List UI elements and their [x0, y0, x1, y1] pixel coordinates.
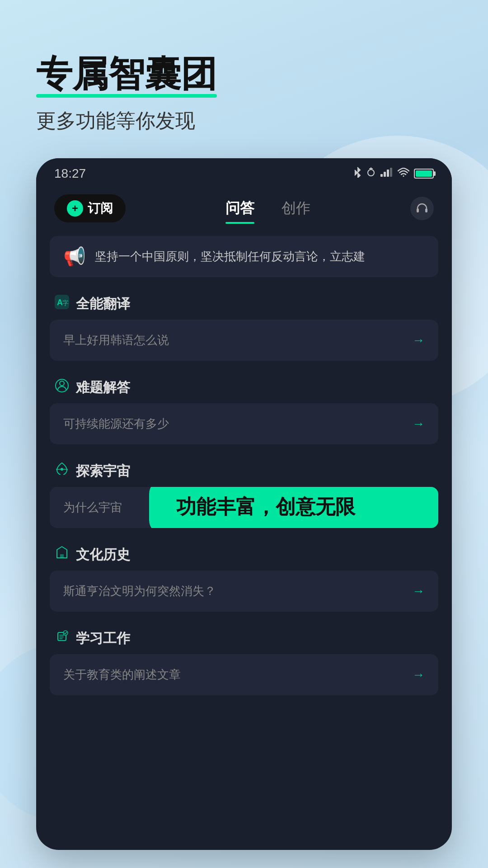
top-nav: + 订阅 问答 创作 [36, 185, 452, 227]
history-arrow-icon: → [412, 584, 425, 599]
history-icon [54, 545, 70, 564]
headset-icon [415, 202, 429, 215]
category-study-text: 关于教育类的阐述文章 [63, 667, 181, 683]
subscribe-button[interactable]: + 订阅 [54, 194, 126, 222]
status-time: 18:27 [54, 166, 86, 181]
study-arrow-icon: → [412, 668, 425, 682]
content-area: A 字 全能翻译 早上好用韩语怎么说 → [36, 286, 452, 704]
bluetooth-icon [353, 167, 361, 180]
category-qa-item[interactable]: 可持续能源还有多少 → [50, 403, 438, 444]
category-translate-text: 早上好用韩语怎么说 [63, 332, 169, 348]
tooltip-text: 功能丰富，创意无限 [176, 495, 355, 518]
category-qa: 难题解答 可持续能源还有多少 → [50, 370, 438, 444]
announcement-text: 坚持一个中国原则，坚决抵制任何反动言论，立志建 [95, 249, 365, 264]
svg-point-14 [60, 381, 64, 386]
subscribe-plus-icon: + [67, 200, 83, 217]
status-bar: 18:27 [36, 158, 452, 185]
qa-arrow-icon: → [412, 417, 425, 431]
category-qa-header: 难题解答 [50, 370, 438, 403]
qa-icon [54, 378, 70, 397]
category-study: 学习工作 关于教育类的阐述文章 → [50, 621, 438, 695]
category-translate-item[interactable]: 早上好用韩语怎么说 → [50, 320, 438, 361]
category-space: 探索宇宙 为什么宇宙 → 功能丰富，创意无限 [50, 453, 438, 528]
signal-icon [380, 168, 393, 179]
translate-icon: A 字 [54, 294, 70, 313]
category-qa-name: 难题解答 [76, 378, 130, 397]
status-icons [353, 167, 434, 180]
headset-button[interactable] [410, 197, 434, 220]
svg-rect-8 [417, 208, 419, 212]
category-history: 文化历史 斯通亨治文明为何突然消失？ → [50, 537, 438, 612]
tooltip-bubble: 功能丰富，创意无限 [149, 487, 438, 528]
category-history-name: 文化历史 [76, 546, 130, 564]
tab-create[interactable]: 创作 [282, 195, 310, 222]
svg-text:字: 字 [62, 299, 69, 307]
category-history-text: 斯通亨治文明为何突然消失？ [63, 583, 216, 599]
subscribe-label: 订阅 [88, 200, 113, 217]
svg-point-7 [403, 175, 404, 177]
alarm-icon [366, 167, 376, 180]
study-icon [54, 629, 70, 648]
wifi-icon [398, 168, 409, 179]
title-underline [36, 94, 217, 98]
category-translate-header: A 字 全能翻译 [50, 286, 438, 320]
announcement-bar: 📢 坚持一个中国原则，坚决抵制任何反动言论，立志建 [50, 236, 438, 277]
svg-rect-6 [390, 168, 392, 177]
category-history-header: 文化历史 [50, 537, 438, 571]
main-title: 专属智囊团 [36, 54, 217, 94]
category-space-header: 探索宇宙 [50, 453, 438, 487]
category-space-text: 为什么宇宙 [63, 500, 122, 515]
category-space-item[interactable]: 为什么宇宙 → 功能丰富，创意无限 [50, 487, 438, 528]
category-history-item[interactable]: 斯通亨治文明为何突然消失？ → [50, 571, 438, 612]
svg-rect-3 [380, 174, 383, 177]
phone-mockup: 18:27 [36, 158, 452, 850]
svg-point-2 [368, 170, 374, 176]
category-space-name: 探索宇宙 [76, 462, 130, 481]
tab-qa[interactable]: 问答 [225, 195, 254, 222]
space-icon [54, 462, 70, 481]
category-qa-text: 可持续能源还有多少 [63, 416, 169, 432]
svg-rect-5 [387, 170, 389, 177]
sub-title: 更多功能等你发现 [36, 108, 452, 134]
translate-arrow-icon: → [412, 333, 425, 348]
category-study-item[interactable]: 关于教育类的阐述文章 → [50, 654, 438, 695]
category-translate-name: 全能翻译 [76, 295, 130, 313]
svg-rect-16 [60, 554, 64, 558]
svg-rect-9 [425, 208, 427, 212]
battery-icon [414, 169, 434, 179]
nav-tabs: 问答 创作 [126, 195, 410, 222]
svg-rect-4 [384, 172, 386, 177]
category-study-name: 学习工作 [76, 629, 130, 648]
page-container: 专属智囊团 更多功能等你发现 18:27 [0, 0, 488, 868]
header-area: 专属智囊团 更多功能等你发现 [0, 0, 488, 161]
main-title-wrapper: 专属智囊团 [36, 54, 217, 94]
announcement-icon: 📢 [63, 246, 86, 267]
category-translate: A 字 全能翻译 早上好用韩语怎么说 → [50, 286, 438, 361]
category-study-header: 学习工作 [50, 621, 438, 654]
